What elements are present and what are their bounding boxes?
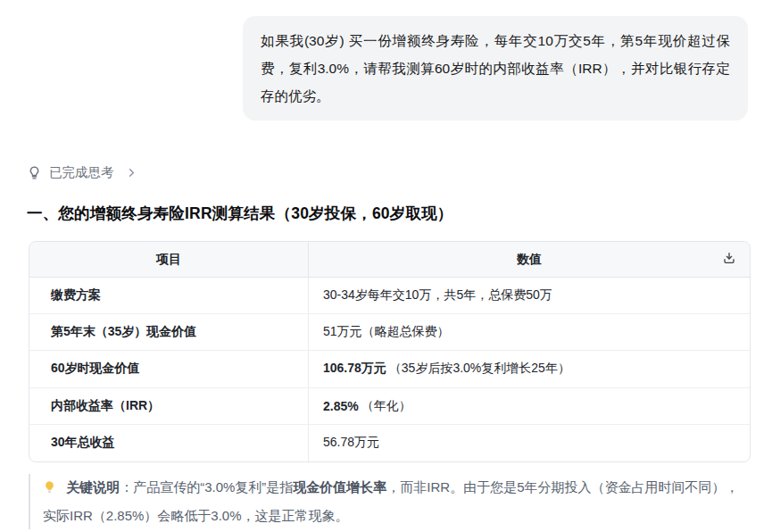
row-value-rest: 56.78万元 xyxy=(323,435,379,451)
note-segment: ：产品宣传的“3.0%复利”是指 xyxy=(120,479,293,495)
row-label: 缴费方案 xyxy=(29,278,309,313)
row-value: 106.78万元 （35岁后按3.0%复利增长25年） xyxy=(309,351,750,387)
table-header-value: 数值 xyxy=(309,242,750,277)
row-value: 56.78万元 xyxy=(309,425,750,461)
row-label: 内部收益率（IRR） xyxy=(29,388,309,424)
note-segment: 关键说明 xyxy=(66,479,120,495)
table-row: 第5年末（35岁）现金价值 51万元（略超总保费） xyxy=(29,314,750,351)
section-heading: 一、您的增额终身寿险IRR测算结果（30岁投保，60岁取现） xyxy=(27,203,453,224)
row-value-rest: （35岁后按3.0%复利增长25年） xyxy=(389,361,570,377)
lightbulb-outline-icon xyxy=(27,165,42,180)
thinking-toggle[interactable]: 已完成思考 xyxy=(27,164,137,181)
row-value-bold: 2.85% xyxy=(323,399,359,413)
row-value: 30-34岁每年交10万，共5年，总保费50万 xyxy=(309,278,750,313)
row-value-bold: 106.78万元 xyxy=(323,361,386,377)
row-value: 2.85% （年化） xyxy=(309,388,750,424)
user-message-row: 如果我(30岁) 买一份增额终身寿险，每年交10万交5年，第5年现价超过保费，复… xyxy=(243,16,748,121)
row-value-rest: 51万元（略超总保费） xyxy=(323,324,450,340)
note-segment: 现金价值增长率 xyxy=(293,479,386,495)
row-value-rest: 30-34岁每年交10万，共5年，总保费50万 xyxy=(323,287,552,303)
table-body: 缴费方案 30-34岁每年交10万，共5年，总保费50万 第5年末（35岁）现金… xyxy=(29,278,750,461)
table-row: 缴费方案 30-34岁每年交10万，共5年，总保费50万 xyxy=(29,278,750,314)
irr-result-table: 项目 数值 缴费方案 30-34岁每年交10万，共5年，总保费50万 第5年末（… xyxy=(29,241,751,462)
row-value-rest: （年化） xyxy=(361,398,411,414)
table-header-row: 项目 数值 xyxy=(29,242,750,278)
note-text: 关键说明：产品宣传的“3.0%复利”是指现金价值增长率，而非IRR。由于您是5年… xyxy=(43,479,739,523)
chevron-right-icon xyxy=(127,168,137,178)
row-label: 第5年末（35岁）现金价值 xyxy=(29,314,309,350)
key-note: 关键说明：产品宣传的“3.0%复利”是指现金价值增长率，而非IRR。由于您是5年… xyxy=(29,474,751,529)
download-icon xyxy=(722,251,736,268)
thinking-label: 已完成思考 xyxy=(49,164,114,181)
row-label: 60岁时现金价值 xyxy=(29,351,309,387)
user-message-bubble: 如果我(30岁) 买一份增额终身寿险，每年交10万交5年，第5年现价超过保费，复… xyxy=(243,16,748,121)
table-row: 30年总收益 56.78万元 xyxy=(29,425,750,461)
table-header-item: 项目 xyxy=(29,242,309,277)
table-row: 内部收益率（IRR） 2.85% （年化） xyxy=(29,388,750,425)
lightbulb-emoji-icon xyxy=(43,481,60,496)
table-row: 60岁时现金价值 106.78万元 （35岁后按3.0%复利增长25年） xyxy=(29,351,750,387)
row-label: 30年总收益 xyxy=(29,425,309,461)
row-value: 51万元（略超总保费） xyxy=(309,314,750,350)
download-button[interactable] xyxy=(718,249,740,270)
